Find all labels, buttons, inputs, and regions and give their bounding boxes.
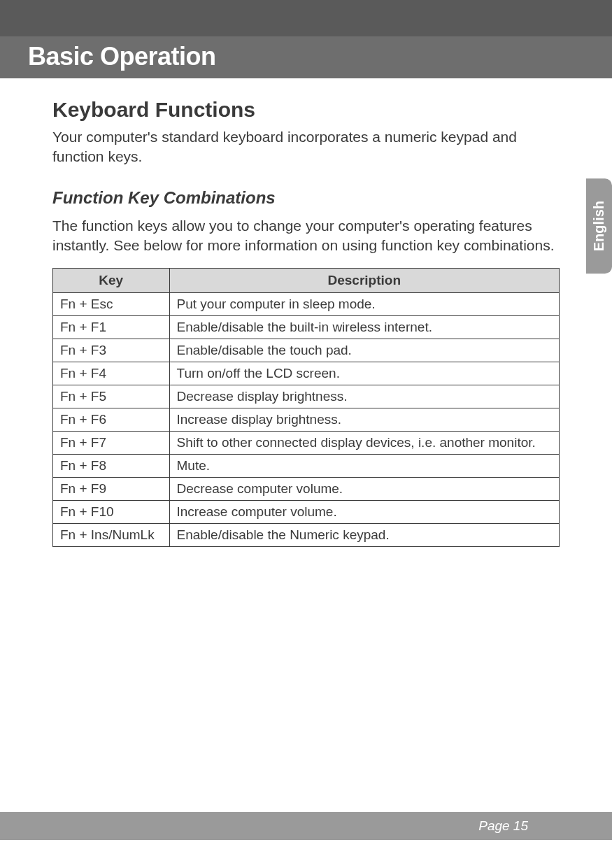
table-row: Fn + F1Enable/disable the built-in wirel… (53, 316, 560, 339)
cell-desc: Enable/disable the built-in wireless int… (169, 316, 559, 339)
header-top-bar (0, 0, 612, 36)
cell-key: Fn + F9 (53, 478, 170, 501)
table-row: Fn + F8Mute. (53, 455, 560, 478)
cell-desc: Put your computer in sleep mode. (169, 293, 559, 316)
cell-key: Fn + F8 (53, 455, 170, 478)
chapter-title: Basic Operation (28, 42, 584, 71)
cell-desc: Turn on/off the LCD screen. (169, 362, 559, 385)
cell-key: Fn + Ins/NumLk (53, 524, 170, 547)
cell-key: Fn + Esc (53, 293, 170, 316)
table-row: Fn + F6Increase display brightness. (53, 408, 560, 432)
table-row: Fn + F10Increase computer volume. (53, 501, 560, 524)
cell-key: Fn + F6 (53, 408, 170, 432)
table-row: Fn + F9Decrease computer volume. (53, 478, 560, 501)
cell-desc: Decrease display brightness. (169, 385, 559, 408)
table-row: Fn + F5Decrease display brightness. (53, 385, 560, 408)
cell-key: Fn + F10 (53, 501, 170, 524)
subsection-intro: The function keys allow you to change yo… (52, 216, 560, 256)
cell-key: Fn + F1 (53, 316, 170, 339)
cell-desc: Enable/disable the Numeric keypad. (169, 524, 559, 547)
header-title-bar: Basic Operation (0, 36, 612, 78)
subsection-title: Function Key Combinations (52, 188, 560, 208)
table-row: Fn + Ins/NumLkEnable/disable the Numeric… (53, 524, 560, 547)
table-row: Fn + F4Turn on/off the LCD screen. (53, 362, 560, 385)
table-row: Fn + F7Shift to other connected display … (53, 432, 560, 455)
cell-desc: Shift to other connected display devices… (169, 432, 559, 455)
cell-key: Fn + F7 (53, 432, 170, 455)
cell-desc: Mute. (169, 455, 559, 478)
content-area: Keyboard Functions Your computer's stand… (0, 78, 612, 547)
cell-desc: Enable/disable the touch pad. (169, 339, 559, 362)
cell-key: Fn + F5 (53, 385, 170, 408)
table-body: Fn + EscPut your computer in sleep mode.… (53, 293, 560, 547)
table-row: Fn + EscPut your computer in sleep mode. (53, 293, 560, 316)
footer-bar: Page 15 (0, 812, 612, 840)
section-intro: Your computer's standard keyboard incorp… (52, 127, 560, 167)
table-row: Fn + F3Enable/disable the touch pad. (53, 339, 560, 362)
cell-desc: Increase computer volume. (169, 501, 559, 524)
cell-desc: Decrease computer volume. (169, 478, 559, 501)
cell-key: Fn + F3 (53, 339, 170, 362)
table-header-key: Key (53, 269, 170, 293)
function-key-table: Key Description Fn + EscPut your compute… (52, 268, 560, 547)
page-number: Page 15 (478, 818, 528, 834)
language-tab: English (586, 178, 612, 273)
table-header-row: Key Description (53, 269, 560, 293)
cell-desc: Increase display brightness. (169, 408, 559, 432)
section-title: Keyboard Functions (52, 98, 560, 122)
cell-key: Fn + F4 (53, 362, 170, 385)
table-header-desc: Description (169, 269, 559, 293)
